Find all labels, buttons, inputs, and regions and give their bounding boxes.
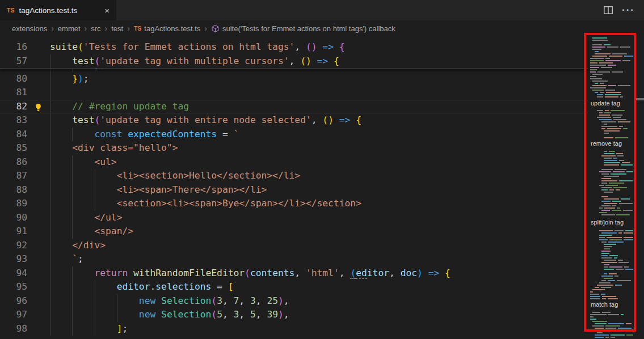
code-line[interactable]: 91 <span/> <box>0 224 588 239</box>
breadcrumb-item[interactable]: emmet <box>58 24 81 33</box>
line-number[interactable]: 92 <box>0 239 27 253</box>
minimap-code-line <box>597 94 603 95</box>
minimap-code-line <box>604 207 615 209</box>
line-number[interactable]: 16 <box>0 40 27 54</box>
minimap-code-line <box>590 87 606 88</box>
minimap-code-line <box>590 296 600 297</box>
line-number[interactable]: 95 <box>0 280 27 294</box>
line-number[interactable]: 86 <box>0 155 27 170</box>
line-number[interactable]: 96 <box>0 294 27 308</box>
minimap-code-line <box>595 92 598 93</box>
minimap-code-line <box>618 85 630 86</box>
minimap-code-line <box>616 153 622 154</box>
breadcrumb: extensions›emmet›src›test›TStagActions.t… <box>0 20 644 36</box>
minimap-code-line <box>608 65 616 66</box>
minimap-code-line <box>618 328 631 329</box>
code-line[interactable]: 95 editor.selections = [ <box>0 280 588 294</box>
minimap-code-line <box>604 130 620 132</box>
code-line[interactable]: 87 <li><section>Hello</section></li> <box>0 169 588 183</box>
code-line[interactable]: 90 </ul> <box>0 211 588 225</box>
code-line[interactable]: 94 return withRandomFileEditor(contents,… <box>0 266 588 281</box>
line-number[interactable]: 83 <box>0 113 27 128</box>
minimap-code-line <box>619 126 623 127</box>
line-number[interactable]: 90 <box>0 211 27 225</box>
minimap-code-line <box>624 237 633 238</box>
code-line[interactable]: 97 new Selection(5, 3, 5, 39), <box>0 308 588 322</box>
line-number[interactable]: 85 <box>0 141 27 155</box>
code-text: `; <box>50 252 83 266</box>
code-line[interactable]: 96 new Selection(3, 7, 3, 25), <box>0 294 588 308</box>
minimap-code-line <box>609 239 622 240</box>
line-number[interactable]: 57 <box>0 54 27 69</box>
code-line[interactable]: 16suite('Tests for Emmet actions on html… <box>0 40 588 54</box>
line-number[interactable]: 84 <box>0 128 27 142</box>
breadcrumb-item[interactable]: extensions <box>12 24 47 33</box>
line-number[interactable]: 88 <box>0 183 27 197</box>
minimap-code-line <box>609 189 614 190</box>
code-line[interactable]: 86 <ul> <box>0 155 588 170</box>
more-actions-icon[interactable]: ··· <box>622 5 635 16</box>
line-number[interactable]: 89 <box>0 197 27 211</box>
scrollbar[interactable] <box>636 36 644 339</box>
code-editor[interactable]: });80 });8182 // #region update tag83 te… <box>0 36 644 339</box>
breadcrumb-item[interactable]: TStagActions.test.ts <box>134 24 200 33</box>
lightbulb-icon[interactable] <box>34 103 43 111</box>
code-line[interactable]: 88 <li><span>There</span></li> <box>0 183 588 197</box>
breadcrumb-item[interactable]: test <box>111 24 123 33</box>
minimap-code-line <box>599 237 605 238</box>
editor-actions: ··· <box>604 0 644 20</box>
minimap-code-line <box>605 60 621 61</box>
breadcrumb-separator: › <box>127 24 130 33</box>
minimap-code-line <box>613 330 624 331</box>
code-line[interactable]: 92 </div> <box>0 239 588 253</box>
close-icon[interactable]: × <box>104 6 110 15</box>
line-number[interactable]: 98 <box>0 322 27 336</box>
code-line[interactable]: 80 }); <box>0 72 588 86</box>
code-text: // #region update tag <box>50 100 189 113</box>
minimap-code-line <box>607 128 621 129</box>
minimap-code-line <box>597 285 613 286</box>
minimap-code-line <box>608 298 618 299</box>
code-line[interactable]: 57 test('update tag with multiple cursor… <box>0 54 588 69</box>
minimap-code-line <box>616 214 629 215</box>
code-line[interactable]: 93 `; <box>0 252 588 266</box>
minimap-code-line <box>590 62 597 63</box>
line-number[interactable]: 82 <box>0 100 27 113</box>
minimap-section-label: match tag <box>591 301 618 308</box>
breadcrumb-item[interactable]: suite('Tests for Emmet actions on html t… <box>211 24 395 33</box>
line-number[interactable]: 91 <box>0 224 27 239</box>
code-line[interactable]: 89 <section><li><span>Bye</span></li></s… <box>0 197 588 211</box>
code-line[interactable]: 84 const expectedContents = ` <box>0 128 588 142</box>
minimap-code-line <box>614 276 618 277</box>
line-number[interactable]: 80 <box>0 72 27 86</box>
split-editor-icon[interactable] <box>604 6 613 14</box>
breadcrumb-label: src <box>91 24 100 33</box>
minimap-code-line <box>595 53 611 54</box>
minimap[interactable]: update tagremove tagsplit/join tagmatch … <box>588 36 636 339</box>
minimap-code-line <box>612 53 627 54</box>
minimap-code-line <box>604 44 611 45</box>
breadcrumb-item[interactable]: src <box>91 24 100 33</box>
code-line[interactable]: 85 <div class="hello"> <box>0 141 588 155</box>
minimap-code-line <box>592 325 604 327</box>
minimap-code-line <box>626 171 633 172</box>
tab-tagactions-test-ts[interactable]: TS tagActions.test.ts × <box>0 0 116 20</box>
minimap-code-line <box>608 323 624 324</box>
code-line[interactable]: 98 ]; <box>0 322 588 336</box>
minimap-code-line <box>590 78 602 79</box>
code-line[interactable]: 83 test('update tag with entire node sel… <box>0 113 588 128</box>
minimap-code-line <box>592 321 607 322</box>
line-number[interactable]: 87 <box>0 169 27 183</box>
minimap-code-line <box>601 276 613 277</box>
minimap-code-line <box>592 85 607 86</box>
minimap-code-line <box>601 187 612 188</box>
code-line[interactable]: 81 <box>0 86 588 100</box>
line-number[interactable]: 81 <box>0 86 27 100</box>
code-line[interactable]: 82 // #region update tag <box>0 100 588 114</box>
breadcrumb-separator: › <box>105 24 108 33</box>
line-number[interactable]: 97 <box>0 308 27 322</box>
minimap-code-line <box>597 110 603 111</box>
line-number[interactable]: 94 <box>0 266 27 281</box>
line-number[interactable]: 93 <box>0 252 27 266</box>
minimap-code-line <box>590 76 596 77</box>
